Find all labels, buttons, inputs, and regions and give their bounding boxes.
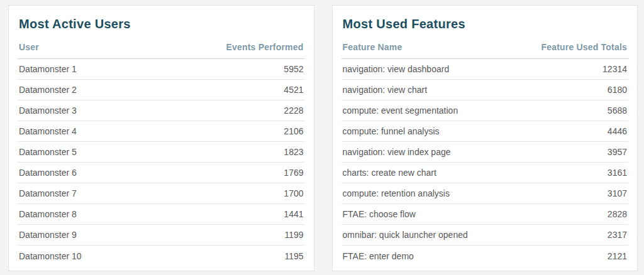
column-header-events-performed: Events Performed [226, 42, 303, 52]
user-name-cell: Datamonster 5 [19, 147, 77, 157]
dashboard-reports: Most Active Users User Events Performed … [0, 0, 644, 275]
column-header-feature-used-totals: Feature Used Totals [541, 42, 627, 52]
events-count-cell: 5952 [284, 64, 303, 74]
table-row: FTAE: enter demo 2121 [341, 245, 629, 266]
table-row: Datamonster 9 1199 [18, 225, 305, 245]
events-count-cell: 1195 [284, 251, 303, 261]
feature-total-cell: 2828 [608, 209, 627, 219]
user-name-cell: Datamonster 2 [19, 85, 77, 95]
table-row: Datamonster 7 1700 [18, 183, 305, 204]
feature-name-cell: navigation: view dashboard [343, 64, 450, 74]
user-name-cell: Datamonster 1 [19, 64, 77, 74]
table-row: navigation: view dashboard 12314 [341, 59, 629, 80]
feature-name-cell: FTAE: enter demo [343, 251, 414, 261]
user-name-cell: Datamonster 4 [19, 126, 77, 136]
feature-name-cell: compute: retention analysis [343, 188, 450, 198]
feature-total-cell: 12314 [602, 64, 627, 74]
events-count-cell: 2106 [284, 126, 303, 136]
column-header-user: User [19, 42, 39, 52]
table-row: Datamonster 4 2106 [18, 121, 305, 142]
table-header-features: Feature Name Feature Used Totals [341, 36, 629, 59]
feature-name-cell: omnibar: quick launcher opened [343, 230, 468, 240]
table-row: navigation: view index page 3957 [341, 142, 629, 163]
table-row: Datamonster 3 2228 [18, 100, 305, 121]
feature-name-cell: compute: event segmentation [343, 105, 458, 116]
feature-total-cell: 2121 [608, 251, 627, 261]
feature-total-cell: 3957 [608, 147, 627, 157]
table-row: compute: event segmentation 5688 [341, 100, 629, 121]
feature-total-cell: 3107 [608, 188, 627, 198]
events-count-cell: 4521 [284, 85, 303, 95]
feature-total-cell: 4446 [608, 126, 627, 136]
table-row: Datamonster 5 1823 [18, 142, 305, 163]
events-count-cell: 1769 [284, 168, 303, 178]
panel-most-active-users: Most Active Users User Events Performed … [8, 5, 314, 271]
table-row: omnibar: quick launcher opened 2317 [341, 225, 629, 245]
panel-title-most-active-users: Most Active Users [18, 6, 305, 36]
user-name-cell: Datamonster 6 [19, 168, 77, 178]
feature-total-cell: 6180 [608, 85, 627, 95]
panel-most-used-features: Most Used Features Feature Name Feature … [332, 5, 638, 271]
table-row: compute: retention analysis 3107 [341, 183, 629, 204]
events-count-cell: 1823 [284, 147, 303, 157]
feature-name-cell: compute: funnel analysis [343, 126, 440, 136]
table-row: Datamonster 8 1441 [18, 204, 305, 225]
table-row: Datamonster 2 4521 [18, 80, 305, 100]
feature-name-cell: navigation: view chart [343, 85, 428, 95]
feature-total-cell: 2317 [608, 230, 627, 240]
feature-name-cell: FTAE: choose flow [343, 209, 416, 219]
table-row: Datamonster 10 1195 [18, 245, 305, 266]
user-name-cell: Datamonster 10 [19, 251, 82, 261]
column-header-feature-name: Feature Name [343, 42, 402, 52]
events-count-cell: 1441 [284, 209, 303, 219]
table-row: Datamonster 6 1769 [18, 163, 305, 183]
table-row: navigation: view chart 6180 [341, 80, 629, 100]
feature-name-cell: charts: create new chart [343, 168, 436, 178]
feature-total-cell: 5688 [608, 105, 627, 116]
user-name-cell: Datamonster 8 [19, 209, 77, 219]
table-row: FTAE: choose flow 2828 [341, 204, 629, 225]
feature-name-cell: navigation: view index page [343, 147, 451, 157]
table-row: charts: create new chart 3161 [341, 163, 629, 183]
panel-title-most-used-features: Most Used Features [341, 6, 629, 36]
table-row: compute: funnel analysis 4446 [341, 121, 629, 142]
feature-total-cell: 3161 [608, 168, 627, 178]
events-count-cell: 1199 [284, 230, 303, 240]
user-name-cell: Datamonster 3 [19, 105, 77, 116]
table-row: Datamonster 1 5952 [18, 59, 305, 80]
events-count-cell: 2228 [284, 105, 303, 116]
table-header-users: User Events Performed [18, 36, 305, 59]
user-name-cell: Datamonster 7 [19, 188, 77, 198]
events-count-cell: 1700 [284, 188, 303, 198]
user-name-cell: Datamonster 9 [19, 230, 77, 240]
